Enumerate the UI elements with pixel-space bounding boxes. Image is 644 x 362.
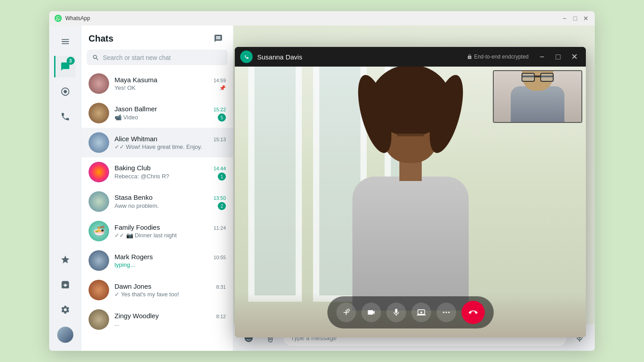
- sidebar-item-settings[interactable]: [55, 299, 76, 320]
- chats-badge: 3: [67, 57, 75, 65]
- chat-last-msg-stasa: Aww no problem.: [114, 202, 216, 209]
- self-view-pip: [493, 70, 582, 123]
- sidebar: 3: [49, 25, 81, 351]
- unread-badge-jason: 5: [218, 114, 226, 122]
- chat-time-dawn: 8:31: [216, 284, 226, 290]
- chat-list: Maya Kasuma 14:59 Yes! OK 📌 Ja: [81, 69, 233, 351]
- video-maximize-button[interactable]: □: [552, 51, 564, 63]
- chat-time-family: 11:24: [213, 225, 226, 231]
- title-bar: WhatsApp − □ ✕: [49, 11, 595, 25]
- avatar-jason: [89, 103, 109, 123]
- end-call-button[interactable]: [462, 301, 485, 324]
- chat-info-zingy: Zingy Woodley 8:12 ...: [114, 312, 226, 327]
- chats-title: Chats: [89, 34, 114, 44]
- svg-point-8: [445, 311, 447, 313]
- chat-item-zingy[interactable]: Zingy Woodley 8:12 ...: [81, 305, 233, 334]
- chat-name-family: Family Foodies: [114, 223, 160, 231]
- sidebar-item-menu[interactable]: [55, 31, 76, 52]
- chat-last-msg-alice: ✓✓ Wow! Have great time. Enjoy.: [114, 143, 226, 150]
- unread-badge-baking: 1: [218, 173, 226, 181]
- chat-last-msg-baking: Rebecca: @Chris R?: [114, 173, 216, 180]
- chat-info-mark: Mark Rogers 10:55 typing...: [114, 253, 226, 268]
- video-close-button[interactable]: ✕: [568, 51, 580, 63]
- search-input[interactable]: [103, 54, 222, 61]
- mute-button[interactable]: [386, 303, 406, 322]
- avatar-family: 🍜: [89, 221, 109, 241]
- video-encryption-info: End-to-end endcrypted: [467, 54, 529, 60]
- svg-point-9: [448, 311, 449, 313]
- chats-header: Chats: [81, 25, 233, 50]
- chat-info-dawn: Dawn Jones 8:31 ✓ Yes that's my fave too…: [114, 282, 226, 298]
- sidebar-item-archived[interactable]: [55, 274, 76, 295]
- sidebar-bottom: [55, 249, 76, 345]
- chat-item-family[interactable]: 🍜 Family Foodies 11:24 ✓✓ 📷 Dinner last …: [81, 216, 233, 246]
- chat-name-alice: Alice Whitman: [114, 135, 157, 143]
- svg-point-0: [55, 15, 62, 22]
- new-chat-button[interactable]: [211, 31, 226, 46]
- chat-name-maya: Maya Kasuma: [114, 76, 157, 84]
- video-window-controls: − □ ✕: [536, 51, 580, 63]
- chat-item-stasa[interactable]: Stasa Benko 13:50 Aww no problem. 2: [81, 187, 233, 216]
- svg-rect-2: [61, 41, 69, 42]
- encryption-label: End-to-end endcrypted: [474, 54, 529, 60]
- chat-info-family: Family Foodies 11:24 ✓✓ 📷 Dinner last ni…: [114, 223, 226, 239]
- svg-point-6: [347, 309, 349, 311]
- chat-item-mark[interactable]: Mark Rogers 10:55 typing...: [81, 246, 233, 275]
- chat-name-zingy: Zingy Woodley: [114, 312, 159, 320]
- sidebar-item-status[interactable]: [55, 81, 76, 102]
- chat-item-dawn[interactable]: Dawn Jones 8:31 ✓ Yes that's my fave too…: [81, 275, 233, 305]
- search-bar: [87, 50, 228, 65]
- chat-name-jason: Jason Ballmer: [114, 105, 157, 113]
- whatsapp-logo-icon: [55, 15, 62, 22]
- avatar-baking: [89, 162, 109, 182]
- chat-info-alice: Alice Whitman 15:13 ✓✓ Wow! Have great t…: [114, 135, 226, 150]
- screen-share-button[interactable]: [411, 303, 431, 322]
- chat-info-baking: Baking Club 14:44 Rebecca: @Chris R? 1: [114, 164, 226, 181]
- chat-time-zingy: 8:12: [216, 314, 226, 319]
- avatar-alice: [89, 132, 109, 153]
- video-main: [235, 67, 586, 337]
- avatar-zingy: [89, 309, 109, 330]
- chat-name-mark: Mark Rogers: [114, 253, 153, 261]
- close-button[interactable]: ✕: [582, 15, 589, 22]
- sidebar-item-chats[interactable]: 3: [54, 56, 76, 77]
- video-title-bar: Susanna Davis End-to-end endcrypted − □ …: [235, 47, 586, 67]
- chat-time-mark: 10:55: [213, 255, 226, 260]
- video-contact-name: Susanna Davis: [257, 53, 467, 61]
- window-controls: − □ ✕: [561, 15, 589, 22]
- chat-time-stasa: 13:50: [213, 195, 226, 201]
- chat-last-msg-maya: Yes! OK: [114, 84, 217, 91]
- chats-header-icons: [211, 31, 226, 46]
- chat-item-jason[interactable]: Jason Ballmer 15:22 📹 Video 5: [81, 98, 233, 128]
- sidebar-item-calls[interactable]: [55, 106, 76, 127]
- sidebar-item-starred[interactable]: [55, 249, 76, 270]
- pin-icon-maya: 📌: [219, 85, 226, 91]
- chat-item-alice[interactable]: Alice Whitman 15:13 ✓✓ Wow! Have great t…: [81, 128, 233, 157]
- avatar-stasa: [89, 191, 109, 212]
- chat-last-msg-jason: 📹 Video: [114, 114, 216, 121]
- maximize-button[interactable]: □: [572, 15, 579, 22]
- app-window: WhatsApp − □ ✕ 3: [49, 11, 595, 351]
- chat-info-maya: Maya Kasuma 14:59 Yes! OK 📌: [114, 76, 226, 91]
- chat-time-jason: 15:22: [213, 107, 226, 112]
- more-options-button[interactable]: [436, 303, 456, 322]
- video-toggle-button[interactable]: [361, 303, 381, 322]
- chat-last-msg-dawn: ✓ Yes that's my fave too!: [114, 291, 226, 298]
- chats-panel: Chats Maya Kasuma: [81, 25, 233, 351]
- svg-point-7: [443, 311, 444, 313]
- chat-item-baking[interactable]: Baking Club 14:44 Rebecca: @Chris R? 1: [81, 157, 233, 187]
- video-minimize-button[interactable]: −: [536, 51, 548, 63]
- add-participant-button[interactable]: [336, 303, 356, 322]
- minimize-button[interactable]: −: [561, 15, 568, 22]
- chat-last-msg-zingy: ...: [114, 320, 226, 327]
- chat-last-msg-mark: typing...: [114, 261, 226, 268]
- chat-name-stasa: Stasa Benko: [114, 194, 153, 201]
- user-avatar[interactable]: [55, 324, 76, 345]
- call-controls: [327, 296, 494, 328]
- unread-badge-stasa: 2: [218, 202, 226, 210]
- chat-info-jason: Jason Ballmer 15:22 📹 Video 5: [114, 105, 226, 122]
- app-title: WhatsApp: [65, 15, 561, 21]
- chat-item-maya[interactable]: Maya Kasuma 14:59 Yes! OK 📌: [81, 69, 233, 98]
- avatar-maya: [89, 73, 109, 94]
- avatar-dawn: [89, 280, 109, 300]
